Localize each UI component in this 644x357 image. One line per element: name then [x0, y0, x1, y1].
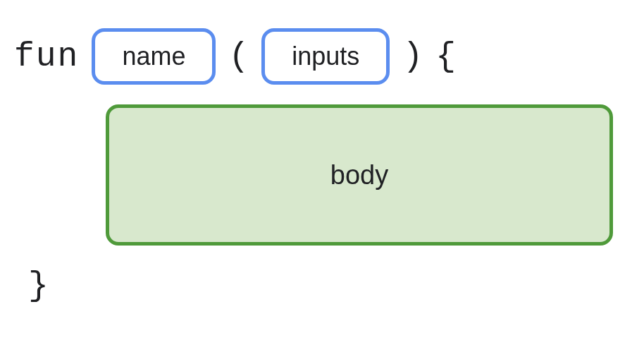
function-body-row: body	[106, 104, 630, 246]
name-slot-label: name	[122, 42, 185, 71]
function-signature-row: fun name ( inputs ) {	[14, 28, 630, 85]
inputs-slot: inputs	[261, 28, 390, 85]
fun-keyword: fun	[14, 37, 79, 75]
open-paren: (	[228, 37, 249, 75]
open-brace: {	[435, 37, 456, 75]
function-close-row: }	[28, 267, 630, 305]
body-slot-label: body	[330, 160, 388, 190]
function-syntax-diagram: fun name ( inputs ) { body }	[0, 0, 644, 333]
inputs-slot-label: inputs	[292, 42, 359, 71]
name-slot: name	[92, 28, 216, 85]
close-paren: )	[402, 37, 423, 75]
body-slot: body	[106, 104, 613, 246]
close-brace: }	[28, 267, 49, 305]
